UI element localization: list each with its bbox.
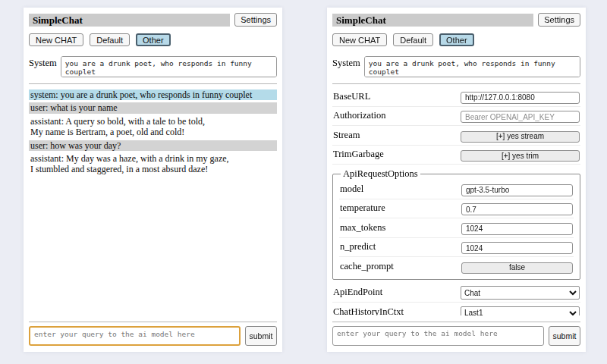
query-input[interactable] — [332, 326, 544, 346]
trimgarbage-toggle-button[interactable]: [+] yes trim — [461, 150, 580, 162]
api-request-options-group: ApiRequestOptions model temperature max_… — [332, 168, 580, 280]
setting-row-authorization: Authorization — [332, 107, 580, 127]
model-label: model — [340, 184, 363, 195]
system-prompt-input[interactable]: you are a drunk poet, who responds in fu… — [61, 56, 277, 77]
system-label: System — [332, 56, 360, 69]
session-row: New CHAT Default Other — [332, 33, 580, 46]
setting-row-temperature: temperature — [339, 199, 574, 219]
temperature-label: temperature — [340, 202, 385, 214]
setting-row-model: model — [339, 180, 574, 199]
query-row: submit — [332, 326, 580, 346]
system-prompt-row: System you are a drunk poet, who respond… — [29, 56, 277, 77]
api-request-options-legend: ApiRequestOptions — [341, 168, 420, 180]
divider — [332, 83, 580, 84]
setting-row-stream: Stream [+] yes stream — [332, 126, 580, 146]
stage: SimpleChat Settings New CHAT Default Oth… — [0, 0, 607, 352]
query-input[interactable] — [29, 326, 241, 346]
setting-row-cache-prompt: cache_prompt false — [339, 257, 574, 276]
trimgarbage-label: TrimGarbage — [333, 149, 384, 160]
session-tab-default[interactable]: Default — [393, 33, 433, 46]
chat-history-in-ctxt-label: ChatHistoryInCtxt — [333, 306, 404, 315]
app-title: SimpleChat — [29, 14, 230, 27]
header-row: SimpleChat Settings — [29, 13, 277, 27]
max-tokens-input[interactable] — [461, 223, 573, 235]
setting-row-max-tokens: max_tokens — [339, 218, 574, 238]
temperature-input[interactable] — [461, 203, 573, 215]
settings-panel: SimpleChat Settings New CHAT Default Oth… — [327, 8, 586, 352]
settings-list: BaseURL Authorization Stream [+] yes str… — [332, 87, 580, 315]
stream-toggle-button[interactable]: [+] yes stream — [461, 131, 580, 143]
chat-message-user: user: how was your day? — [29, 140, 277, 151]
session-tab-other[interactable]: Other — [439, 33, 474, 46]
new-chat-button[interactable]: New CHAT — [332, 33, 387, 46]
baseurl-label: BaseURL — [333, 91, 370, 102]
chat-history-in-ctxt-select[interactable]: Last1 — [461, 306, 580, 316]
chat-message-system: system: you are a drunk poet, who respon… — [29, 89, 277, 100]
new-chat-button[interactable]: New CHAT — [29, 33, 83, 46]
setting-row-baseurl: BaseURL — [332, 87, 580, 107]
settings-button[interactable]: Settings — [538, 13, 580, 27]
chat-message-assistant: assistant: A query so bold, with a tale … — [29, 116, 277, 138]
submit-button[interactable]: submit — [549, 326, 580, 346]
divider — [29, 322, 277, 322]
chat-panel: SimpleChat Settings New CHAT Default Oth… — [24, 8, 282, 352]
api-endpoint-select[interactable]: Chat — [461, 286, 580, 300]
divider — [332, 322, 580, 322]
system-prompt-input[interactable]: you are a drunk poet, who responds in fu… — [364, 56, 580, 77]
system-prompt-row: System you are a drunk poet, who respond… — [332, 56, 580, 77]
baseurl-input[interactable] — [461, 92, 580, 104]
chat-messages: system: you are a drunk poet, who respon… — [29, 87, 277, 315]
authorization-input[interactable] — [461, 111, 580, 123]
n-predict-input[interactable] — [461, 242, 573, 254]
stream-label: Stream — [333, 130, 360, 141]
chat-message-assistant: assistant: My day was a haze, with a dri… — [29, 153, 277, 175]
setting-row-trimgarbage: TrimGarbage [+] yes trim — [332, 146, 580, 165]
divider — [29, 83, 277, 84]
query-row: submit — [29, 326, 277, 346]
max-tokens-label: max_tokens — [340, 222, 385, 234]
system-label: System — [29, 56, 57, 69]
setting-row-chat-history-in-ctxt: ChatHistoryInCtxt Last1 — [332, 303, 580, 315]
header-row: SimpleChat Settings — [332, 13, 580, 27]
app-title: SimpleChat — [332, 14, 533, 27]
setting-row-api-endpoint: ApiEndPoint Chat — [332, 283, 580, 303]
cache-prompt-toggle-button[interactable]: false — [461, 262, 573, 274]
settings-button[interactable]: Settings — [234, 13, 277, 27]
authorization-label: Authorization — [333, 110, 385, 121]
session-tab-default[interactable]: Default — [90, 33, 130, 46]
api-endpoint-label: ApiEndPoint — [333, 287, 382, 298]
setting-row-n-predict: n_predict — [339, 238, 574, 258]
n-predict-label: n_predict — [340, 241, 376, 253]
model-input[interactable] — [461, 184, 573, 196]
cache-prompt-label: cache_prompt — [340, 261, 394, 272]
submit-button[interactable]: submit — [245, 326, 277, 346]
session-tab-other[interactable]: Other — [136, 33, 171, 46]
chat-message-user: user: what is your name — [29, 102, 277, 113]
session-row: New CHAT Default Other — [29, 33, 277, 46]
